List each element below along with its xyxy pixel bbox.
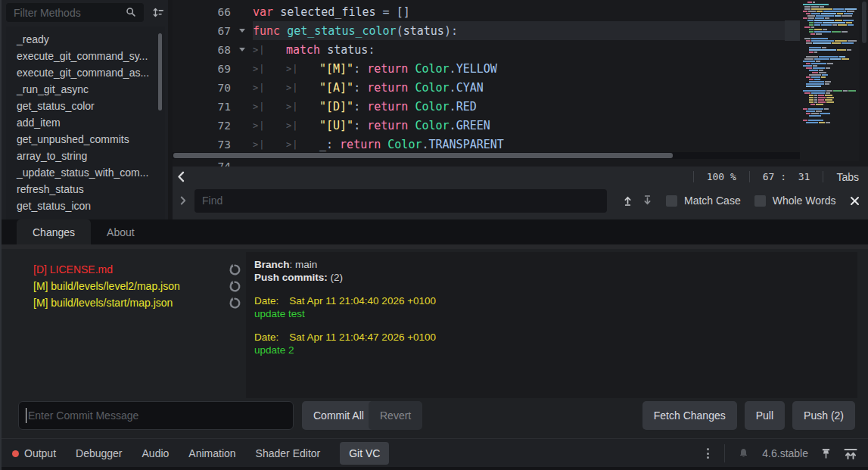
whole-words-option[interactable]: Whole Words — [754, 195, 836, 207]
code-line-text: >|>|"[M]": return Color.YELLOW — [253, 59, 800, 78]
code-token: RED — [456, 100, 477, 114]
commit-message-input[interactable] — [18, 401, 294, 430]
minimap-segment — [809, 79, 814, 80]
tab-indent-marker: >| — [253, 82, 286, 93]
code-line[interactable]: 68>|match status: — [173, 40, 800, 59]
code-line[interactable]: 70>|>|"[A]": return Color.CYAN — [173, 78, 800, 97]
revert-button[interactable]: Revert — [369, 401, 422, 430]
method-list-scrollbar[interactable] — [158, 33, 162, 110]
minimap-segment — [811, 6, 819, 8]
method-list-item[interactable]: get_status_color — [6, 98, 165, 114]
collapse-scripts-panel-button[interactable] — [177, 171, 185, 182]
method-list-item[interactable]: execute_git_command_as... — [6, 64, 165, 81]
tab-about[interactable]: About — [91, 219, 151, 244]
code-line[interactable]: 71>|>|"[D]": return Color.RED — [173, 97, 800, 116]
horizontal-scrollbar-thumb[interactable] — [173, 153, 673, 158]
match-case-label: Match Case — [684, 195, 741, 207]
method-list-item[interactable]: refresh_status — [6, 181, 165, 198]
fold-toggle[interactable] — [231, 29, 253, 33]
minimap-row — [806, 86, 859, 87]
method-list-item[interactable]: _run_git_async — [6, 81, 165, 98]
fold-toggle[interactable] — [231, 48, 253, 51]
minimap-segment — [806, 56, 818, 58]
expand-find-options-button[interactable] — [180, 196, 186, 205]
code-line[interactable]: 72>|>|"[U]": return Color.GREEN — [173, 116, 800, 135]
tab-changes[interactable]: Changes — [17, 219, 91, 244]
match-case-option[interactable]: Match Case — [666, 195, 741, 207]
minimap-segment — [823, 22, 845, 23]
zoom-level[interactable]: 100 % — [694, 171, 749, 182]
code-minimap[interactable] — [800, 0, 859, 161]
method-list-item[interactable]: get_unpushed_commits — [6, 131, 165, 148]
engine-version[interactable]: 4.6.stable — [762, 447, 808, 459]
bottom-tab-label: Debugger — [76, 447, 123, 459]
method-list-item[interactable]: execute_git_command_sy... — [6, 48, 165, 64]
horizontal-scrollbar[interactable] — [173, 152, 800, 159]
vertical-scrollbar-thumb[interactable] — [862, 2, 866, 43]
bottom-tab-git-vc[interactable]: Git VC — [340, 442, 389, 465]
find-previous-button[interactable] — [623, 195, 633, 207]
bottom-tab-label: Shader Editor — [256, 447, 321, 459]
pull-button[interactable]: Pull — [745, 401, 785, 430]
minimap-segment — [815, 17, 824, 19]
code-line[interactable]: 69>|>|"[M]": return Color.YELLOW — [173, 59, 800, 78]
fetch-changes-button[interactable]: Fetch Changes — [642, 401, 737, 430]
method-list-item[interactable]: array_to_string — [6, 148, 165, 164]
push-button[interactable]: Push (2) — [792, 401, 855, 430]
code-line[interactable]: 67func get_status_color(status): — [173, 21, 800, 40]
indent-mode[interactable]: Tabs — [823, 171, 860, 183]
vertical-scrollbar[interactable] — [860, 0, 868, 161]
expand-panel-icon[interactable] — [844, 448, 857, 459]
code-token: . — [450, 62, 456, 76]
pin-panel-icon[interactable] — [821, 447, 831, 459]
whole-words-checkbox[interactable] — [754, 195, 766, 207]
minimap-row — [804, 92, 859, 94]
changed-file-row[interactable]: [M] build/levels/start/map.json — [18, 294, 242, 311]
minimap-segment — [848, 24, 854, 26]
revert-file-button[interactable] — [229, 297, 242, 310]
minimap-segment — [832, 42, 841, 44]
code-token: ( — [397, 24, 403, 38]
revert-file-button[interactable] — [229, 280, 242, 293]
minimap-row — [806, 63, 859, 64]
bottom-bar-separator — [724, 444, 725, 462]
code-line[interactable]: 73>|>|_: return Color.TRANSPARENT — [173, 135, 800, 154]
filter-methods-input[interactable] — [6, 3, 144, 22]
code-line[interactable]: 66var selected_files = [] — [173, 2, 800, 21]
code-editor[interactable]: 66var selected_files = []67func get_stat… — [173, 0, 868, 167]
bottom-tab-animation[interactable]: Animation — [188, 442, 235, 465]
bottom-tab-debugger[interactable]: Debugger — [76, 442, 123, 465]
changed-file-row[interactable]: [D] LICENSE.md — [18, 261, 242, 278]
revert-file-button[interactable] — [229, 263, 242, 276]
method-list-item[interactable]: _ready — [6, 31, 165, 48]
minimap-row — [809, 29, 859, 30]
minimap-segment — [845, 8, 857, 10]
method-list-item[interactable]: add_item — [6, 114, 165, 131]
minimap-segment — [820, 113, 830, 114]
sort-methods-button[interactable] — [148, 2, 168, 23]
method-list-item[interactable]: _update_status_with_com... — [6, 164, 165, 181]
bottom-tab-label: Output — [24, 447, 56, 459]
minimap-segment — [813, 42, 831, 44]
minimap-row — [806, 122, 859, 123]
method-list-item[interactable]: get_status_icon — [6, 198, 165, 214]
bottom-tab-shader-editor[interactable]: Shader Editor — [256, 442, 321, 465]
bottom-tab-audio[interactable]: Audio — [142, 442, 170, 465]
minimap-segment — [808, 17, 814, 19]
minimap-segment — [819, 70, 823, 71]
minimap-viewport[interactable] — [785, 20, 800, 41]
changed-file-row[interactable]: [M] build/levels/level2/map.json — [18, 278, 242, 294]
commit-all-button[interactable]: Commit All — [302, 401, 375, 430]
match-case-checkbox[interactable] — [666, 195, 677, 207]
panel-menu-button[interactable] — [705, 448, 711, 459]
minimap-segment — [804, 26, 810, 28]
close-find-bar-button[interactable] — [850, 196, 860, 206]
bottom-tab-output[interactable]: Output — [12, 442, 56, 465]
find-input[interactable] — [194, 189, 607, 213]
notifications-bell-icon[interactable] — [738, 447, 749, 459]
minimap-segment — [819, 72, 826, 73]
tab-indent-marker: >| — [253, 45, 286, 55]
find-next-button[interactable] — [642, 195, 652, 207]
code-token: get_status_color — [287, 24, 397, 38]
code-token: "[A]" — [319, 81, 353, 95]
